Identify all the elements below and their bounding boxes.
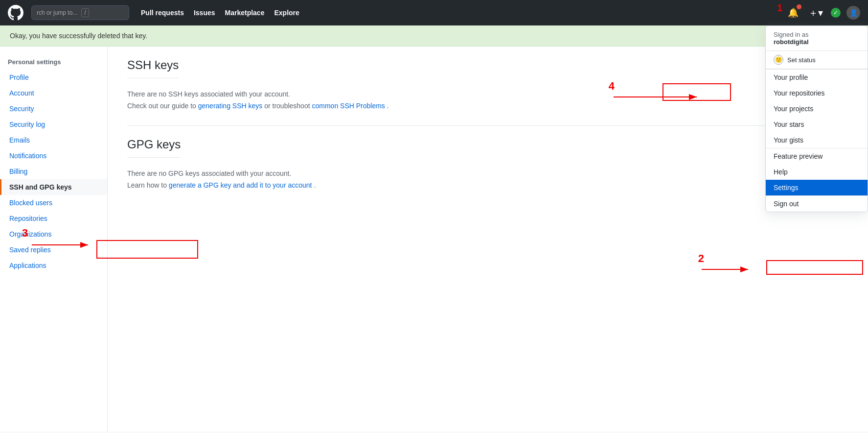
new-item-button[interactable]: ＋▾ xyxy=(806,5,825,21)
main-content: SSH keys New SSH key There are no SSH ke… xyxy=(108,47,868,432)
gpg-no-keys-msg: There are no GPG keys associated with yo… xyxy=(127,169,848,177)
dropdown-username: robotdigital xyxy=(774,38,860,46)
dropdown-item-feature-preview[interactable]: Feature preview xyxy=(766,148,868,164)
ssh-keys-title: SSH keys xyxy=(127,58,179,78)
dropdown-header: Signed in as robotdigital xyxy=(766,26,868,51)
sidebar-item-ssh-gpg-keys[interactable]: SSH and GPG keys xyxy=(0,179,107,195)
dropdown-item-your-stars[interactable]: Your stars xyxy=(766,117,868,132)
dropdown-item-sign-out[interactable]: Sign out xyxy=(766,196,868,212)
sidebar-item-emails[interactable]: Emails xyxy=(0,132,107,148)
slash-badge: / xyxy=(81,8,89,17)
dropdown-item-your-repos[interactable]: Your repositories xyxy=(766,85,868,101)
search-bar[interactable]: rch or jump to... / xyxy=(31,5,129,20)
github-logo-icon xyxy=(8,5,23,21)
dropdown-item-settings[interactable]: Settings xyxy=(766,180,868,195)
topnav-links: Pull requests Issues Marketplace Explore xyxy=(141,9,299,17)
ssh-guide-text: Check out our guide to generating SSH ke… xyxy=(127,102,848,110)
sidebar-item-blocked-users[interactable]: Blocked users xyxy=(0,195,107,211)
nav-issues[interactable]: Issues xyxy=(194,9,215,17)
sidebar-item-security[interactable]: Security xyxy=(0,101,107,117)
topnav-right: 1 🔔 ＋▾ ✓ 👤 xyxy=(775,5,860,21)
dropdown-item-help[interactable]: Help xyxy=(766,164,868,180)
sidebar-item-organizations[interactable]: Organizations xyxy=(0,226,107,242)
verified-icon: ✓ xyxy=(831,8,841,18)
sidebar-heading: Personal settings xyxy=(0,54,107,70)
notification-dot xyxy=(797,4,801,9)
notifications-bell-button[interactable]: 🔔 xyxy=(786,5,800,20)
success-banner: Okay, you have successfully deleted that… xyxy=(0,25,868,47)
ssh-keys-header: SSH keys New SSH key xyxy=(127,58,848,82)
page-wrapper: rch or jump to... / Pull requests Issues… xyxy=(0,0,868,433)
sidebar: Personal settings Profile Account Securi… xyxy=(0,47,108,432)
sidebar-item-notifications[interactable]: Notifications xyxy=(0,148,107,164)
sidebar-item-profile[interactable]: Profile xyxy=(0,70,107,85)
annotation-1: 1 xyxy=(777,2,782,14)
nav-pull-requests[interactable]: Pull requests xyxy=(141,9,184,17)
gpg-guide-text: Learn how to generate a GPG key and add … xyxy=(127,181,848,189)
gpg-keys-title: GPG keys xyxy=(127,138,181,158)
sidebar-item-account[interactable]: Account xyxy=(0,85,107,101)
set-status-button[interactable]: 🙂 Set status xyxy=(766,51,868,69)
gpg-link-generate[interactable]: generate a GPG key and add it to your ac… xyxy=(169,181,312,189)
page-layout: Personal settings Profile Account Securi… xyxy=(0,47,868,432)
sidebar-item-repositories[interactable]: Repositories xyxy=(0,211,107,226)
dropdown-item-your-profile[interactable]: Your profile xyxy=(766,70,868,85)
emoji-icon: 🙂 xyxy=(774,55,783,65)
dropdown-item-your-projects[interactable]: Your projects xyxy=(766,101,868,117)
user-dropdown-menu: Signed in as robotdigital 🙂 Set status Y… xyxy=(765,25,868,212)
sidebar-item-billing[interactable]: Billing xyxy=(0,164,107,179)
banner-message: Okay, you have successfully deleted that… xyxy=(10,32,147,40)
nav-marketplace[interactable]: Marketplace xyxy=(225,9,265,17)
ssh-no-keys-msg: There are no SSH keys associated with yo… xyxy=(127,90,848,98)
dropdown-item-your-gists[interactable]: Your gists xyxy=(766,132,868,148)
sidebar-item-security-log[interactable]: Security log xyxy=(0,117,107,132)
nav-explore[interactable]: Explore xyxy=(274,9,299,17)
avatar-button[interactable]: 👤 xyxy=(846,6,860,20)
top-navbar: rch or jump to... / Pull requests Issues… xyxy=(0,0,868,25)
gpg-keys-section: GPG keys New GPG key There are no GPG ke… xyxy=(127,138,848,189)
ssh-link-common-problems[interactable]: common SSH Problems xyxy=(312,102,385,110)
sidebar-item-saved-replies[interactable]: Saved replies xyxy=(0,242,107,258)
search-placeholder: rch or jump to... xyxy=(37,9,77,16)
sidebar-item-applications[interactable]: Applications xyxy=(0,258,107,273)
section-divider xyxy=(127,125,848,126)
ssh-link-generating[interactable]: generating SSH keys xyxy=(198,102,263,110)
gpg-keys-header: GPG keys New GPG key xyxy=(127,138,848,162)
ssh-keys-section: SSH keys New SSH key There are no SSH ke… xyxy=(127,58,848,110)
